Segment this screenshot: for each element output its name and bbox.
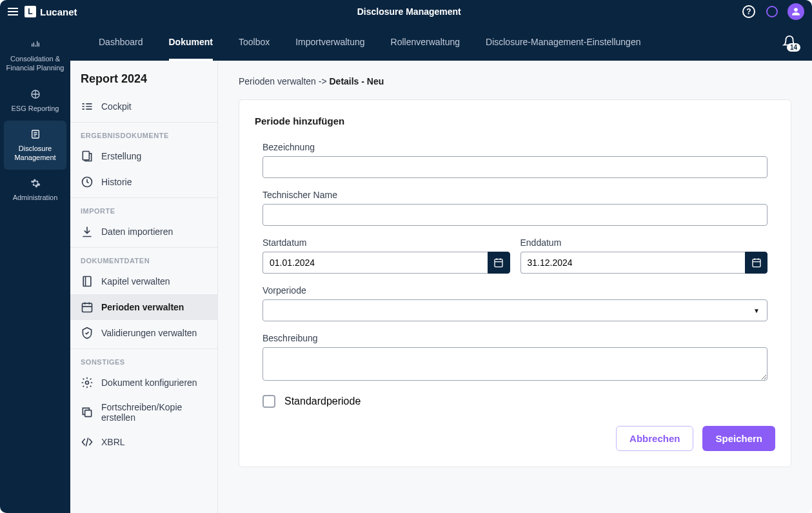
sidebar-item-label: Kapitel verwalten — [101, 276, 170, 287]
textarea-beschreibung[interactable] — [262, 347, 767, 381]
svg-rect-2 — [83, 152, 89, 160]
rail-item-3[interactable]: Administration — [0, 170, 70, 210]
copy-icon — [81, 406, 94, 419]
sidebar-item-label: Fortschreiben/Kopie erstellen — [101, 402, 207, 423]
loading-indicator — [764, 4, 780, 19]
sidebar-item-copy[interactable]: Fortschreiben/Kopie erstellen — [70, 396, 217, 429]
rail-item-2[interactable]: Disclosure Management — [4, 121, 66, 170]
main-content: Perioden verwalten -> Details - Neu Peri… — [218, 61, 812, 513]
breadcrumb-current: Details - Neu — [329, 76, 384, 86]
breadcrumb: Perioden verwalten -> Details - Neu — [239, 76, 791, 86]
periods-icon — [81, 301, 94, 314]
sidebar-item-config[interactable]: Dokument konfigurieren — [70, 370, 217, 396]
sidebar: Report 2024 CockpitERGEBNISDOKUMENTEErst… — [70, 61, 218, 513]
validate-icon — [81, 327, 94, 339]
sidebar-item-label: Perioden verwalten — [101, 302, 184, 312]
sidebar-item-label: Daten importieren — [101, 226, 173, 237]
doc-icon — [30, 128, 41, 140]
svg-rect-5 — [83, 303, 92, 312]
cancel-button[interactable]: Abbrechen — [616, 426, 693, 451]
help-icon: ? — [742, 5, 755, 18]
label-bezeichnung: Bezeichnung — [262, 142, 767, 152]
rail-label: Consolidation & Financial Planning — [4, 54, 66, 73]
navtab-5[interactable]: Disclosure-Management-Einstellungen — [473, 23, 653, 61]
label-beschreibung: Beschreibung — [262, 333, 767, 343]
chart-icon — [30, 39, 41, 50]
save-button[interactable]: Speichern — [702, 426, 775, 451]
user-avatar[interactable] — [787, 3, 804, 20]
navtab-0[interactable]: Dashboard — [86, 23, 156, 61]
config-icon — [81, 376, 94, 389]
navtab-3[interactable]: Importverwaltung — [282, 23, 377, 61]
nav-tabs: DashboardDokumentToolboxImportverwaltung… — [70, 23, 812, 61]
create-icon — [81, 150, 94, 163]
sidebar-item-validate[interactable]: Validierungen verwalten — [70, 320, 217, 346]
sidebar-item-label: Validierungen verwalten — [101, 328, 197, 338]
svg-point-6 — [86, 381, 89, 385]
navtab-1[interactable]: Dokument — [156, 23, 226, 61]
svg-rect-7 — [85, 410, 92, 417]
label-startdatum: Startdatum — [262, 237, 510, 248]
xbrl-icon — [81, 436, 94, 448]
sidebar-item-xbrl[interactable]: XBRL — [70, 429, 217, 455]
help-button[interactable]: ? — [741, 4, 757, 19]
circle-icon — [766, 6, 778, 17]
input-technischer-name[interactable] — [262, 204, 767, 226]
datepicker-start-button[interactable] — [488, 252, 510, 274]
input-bezeichnung[interactable] — [262, 156, 767, 178]
brand: L Lucanet — [25, 6, 77, 17]
sidebar-item-periods[interactable]: Perioden verwalten — [70, 294, 217, 320]
sidebar-item-chapters[interactable]: Kapitel verwalten — [70, 268, 217, 294]
label-vorperiode: Vorperiode — [262, 285, 767, 296]
menu-toggle[interactable] — [8, 8, 18, 15]
label-standardperiode: Standardperiode — [284, 396, 361, 407]
esg-icon — [30, 88, 41, 100]
sidebar-group-label: SONSTIGES — [70, 352, 217, 370]
datepicker-end-button[interactable] — [745, 252, 767, 274]
history-icon — [81, 176, 94, 188]
calendar-icon — [751, 257, 762, 268]
sidebar-item-create[interactable]: Erstellung — [70, 143, 217, 169]
form-card: Periode hinzufügen Bezeichnung Technisch… — [239, 99, 791, 467]
input-enddatum[interactable] — [520, 252, 746, 274]
input-startdatum[interactable] — [262, 252, 488, 274]
select-vorperiode[interactable] — [262, 299, 767, 321]
rail-label: Disclosure Management — [8, 144, 63, 163]
chapters-icon — [81, 275, 94, 288]
user-icon — [791, 7, 800, 16]
checkbox-standardperiode[interactable] — [262, 395, 275, 408]
left-rail: Consolidation & Financial PlanningESG Re… — [0, 23, 70, 513]
sidebar-item-label: XBRL — [101, 437, 125, 447]
svg-rect-9 — [753, 259, 760, 267]
sidebar-item-cockpit[interactable]: Cockpit — [70, 94, 217, 119]
navtab-4[interactable]: Rollenverwaltung — [378, 23, 473, 61]
sidebar-group-label: DOKUMENTDATEN — [70, 250, 217, 268]
breadcrumb-parent[interactable]: Perioden verwalten — [239, 76, 316, 86]
gear-icon — [30, 177, 41, 189]
rail-label: ESG Reporting — [12, 104, 59, 113]
import-icon — [81, 225, 94, 238]
notifications-count: 14 — [787, 43, 800, 52]
sidebar-item-label: Cockpit — [101, 101, 132, 112]
sidebar-title: Report 2024 — [70, 61, 217, 94]
breadcrumb-sep: -> — [316, 76, 330, 86]
page-title: Disclosure Management — [77, 6, 741, 17]
sidebar-item-history[interactable]: Historie — [70, 169, 217, 195]
navtab-2[interactable]: Toolbox — [226, 23, 282, 61]
calendar-icon — [493, 257, 504, 268]
cockpit-icon — [81, 100, 94, 113]
sidebar-item-import[interactable]: Daten importieren — [70, 219, 217, 245]
label-technischer-name: Technischer Name — [262, 190, 767, 200]
sidebar-item-label: Historie — [101, 177, 132, 187]
svg-rect-8 — [495, 259, 502, 267]
form-title: Periode hinzufügen — [255, 116, 775, 126]
topbar: L Lucanet Disclosure Management ? — [0, 0, 812, 23]
rail-item-1[interactable]: ESG Reporting — [0, 81, 70, 121]
sidebar-group-label: IMPORTE — [70, 201, 217, 219]
notifications-button[interactable]: 14 — [782, 35, 797, 49]
rail-item-0[interactable]: Consolidation & Financial Planning — [0, 31, 70, 81]
brand-name: Lucanet — [40, 6, 77, 17]
rail-label: Administration — [13, 193, 58, 202]
sidebar-group-label: ERGEBNISDOKUMENTE — [70, 125, 217, 143]
svg-rect-4 — [83, 277, 91, 287]
